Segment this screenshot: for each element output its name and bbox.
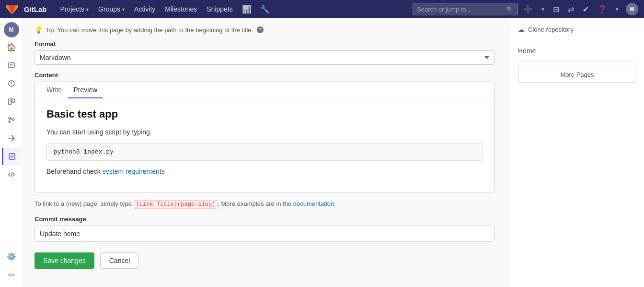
svg-point-6 bbox=[9, 121, 11, 123]
topnav-caret-icon[interactable]: ▾ bbox=[538, 0, 548, 18]
preview-para2-prefix: Beforehand check bbox=[46, 167, 103, 175]
search-box[interactable]: 🔍 bbox=[413, 3, 518, 15]
sidebar-deploy[interactable] bbox=[2, 130, 21, 147]
more-pages-button[interactable]: More Pages bbox=[518, 67, 636, 83]
user-avatar[interactable]: M bbox=[626, 3, 638, 15]
format-select[interactable]: Markdown RDoc AsciiDoc Org bbox=[34, 50, 494, 65]
cloud-download-icon: ☁ bbox=[518, 26, 524, 33]
svg-rect-0 bbox=[9, 63, 14, 68]
content-area: 💡 Tip: You can move this page by adding … bbox=[23, 18, 510, 287]
projects-caret: ▾ bbox=[86, 7, 89, 12]
link-hint-suffix: . bbox=[334, 200, 336, 207]
tip-bar: 💡 Tip: You can move this page by adding … bbox=[34, 26, 498, 34]
clone-label: Clone repository bbox=[528, 26, 574, 33]
help-icon[interactable]: ❓ bbox=[594, 0, 610, 18]
panel-divider-2 bbox=[518, 60, 636, 61]
link-hint-middle: . More examples are in the bbox=[218, 200, 293, 207]
commit-input[interactable] bbox=[34, 226, 494, 242]
system-requirements-link[interactable]: system requirements bbox=[103, 167, 165, 175]
gitlab-logo[interactable] bbox=[6, 3, 18, 15]
sidebar-avatar[interactable]: M bbox=[4, 22, 19, 37]
content-editor: Write Preview Basic test app You can sta… bbox=[34, 82, 494, 192]
lightbulb-icon: 💡 bbox=[34, 26, 43, 34]
sidebar-collapse[interactable]: «» bbox=[2, 266, 21, 283]
content-label: Content bbox=[34, 72, 498, 79]
search-icon: 🔍 bbox=[506, 6, 514, 13]
groups-caret: ▾ bbox=[122, 7, 125, 12]
editor-tabs: Write Preview bbox=[35, 82, 494, 98]
merge-requests-icon[interactable]: ⇄ bbox=[564, 0, 577, 18]
sidebar-bottom: ⚙️ «» bbox=[2, 248, 21, 283]
content-group: Content Write Preview Basic test app You… bbox=[34, 72, 498, 192]
tip-text: Tip: You can move this page by adding th… bbox=[46, 26, 253, 34]
nav-wrench-icon[interactable]: 🔧 bbox=[257, 0, 273, 18]
nav-activity[interactable]: Activity bbox=[130, 0, 159, 18]
nav-groups[interactable]: Groups ▾ bbox=[94, 0, 128, 18]
home-page-link[interactable]: Home bbox=[518, 47, 636, 55]
nav-snippets[interactable]: Snippets bbox=[203, 0, 236, 18]
right-panel: ☁ Clone repository Home More Pages bbox=[510, 18, 644, 287]
preview-heading: Basic test app bbox=[46, 108, 483, 120]
main-wrapper: 💡 Tip: You can move this page by adding … bbox=[23, 18, 644, 287]
sidebar-settings[interactable]: ⚙️ bbox=[2, 248, 21, 265]
sidebar-issues[interactable] bbox=[2, 75, 21, 92]
nav-milestones[interactable]: Milestones bbox=[161, 0, 201, 18]
nav-chart-icon[interactable]: 📊 bbox=[239, 0, 255, 18]
tab-preview[interactable]: Preview bbox=[68, 82, 103, 98]
preview-code: python3 index.py bbox=[46, 143, 483, 161]
sidebar-board[interactable] bbox=[2, 93, 21, 110]
sidebar-wiki[interactable] bbox=[2, 148, 21, 165]
brand-name[interactable]: GitLab bbox=[24, 5, 47, 13]
search-input[interactable] bbox=[417, 6, 506, 13]
save-button[interactable]: Save changes bbox=[34, 252, 94, 269]
help-caret[interactable]: ▾ bbox=[612, 0, 622, 18]
svg-rect-3 bbox=[9, 99, 11, 105]
clone-repository-link[interactable]: ☁ Clone repository bbox=[518, 26, 636, 33]
nav-projects[interactable]: Projects ▾ bbox=[57, 0, 93, 18]
topnav: GitLab Projects ▾ Groups ▾ Activity Mile… bbox=[0, 0, 644, 18]
svg-rect-4 bbox=[12, 99, 14, 103]
preview-para2: Beforehand check system requirements bbox=[46, 167, 483, 177]
format-label: Format bbox=[34, 40, 498, 48]
documentation-link[interactable]: documentation bbox=[293, 200, 334, 207]
tab-write[interactable]: Write bbox=[41, 82, 68, 98]
cancel-button[interactable]: Cancel bbox=[100, 252, 139, 269]
panel-divider-1 bbox=[518, 41, 636, 41]
link-hint-code: [Link Title](page-slug) bbox=[134, 200, 218, 209]
new-item-icon[interactable]: ➕ bbox=[520, 0, 536, 18]
link-hint-prefix: To link to a (new) page, simply type bbox=[34, 200, 134, 207]
issues-icon[interactable]: ⊟ bbox=[550, 0, 563, 18]
sidebar-snippets[interactable] bbox=[2, 166, 21, 183]
link-hint: To link to a (new) page, simply type [Li… bbox=[34, 199, 494, 209]
tip-help-icon[interactable]: ? bbox=[257, 26, 264, 33]
sidebar-home[interactable]: 🏠 bbox=[2, 38, 21, 56]
form-actions: Save changes Cancel bbox=[34, 249, 494, 269]
svg-point-2 bbox=[11, 84, 12, 85]
sidebar-merge[interactable] bbox=[2, 111, 21, 129]
sidebar-cloud[interactable] bbox=[2, 57, 21, 74]
commit-label: Commit message bbox=[34, 215, 498, 223]
todos-icon[interactable]: ✔ bbox=[579, 0, 592, 18]
left-sidebar: M 🏠 ⚙️ «» bbox=[0, 18, 23, 287]
preview-area: Basic test app You can start using scrip… bbox=[35, 98, 494, 192]
preview-para1: You can start using script by typing bbox=[46, 127, 483, 137]
format-group: Format Markdown RDoc AsciiDoc Org bbox=[34, 40, 498, 65]
commit-group: Commit message bbox=[34, 215, 498, 242]
